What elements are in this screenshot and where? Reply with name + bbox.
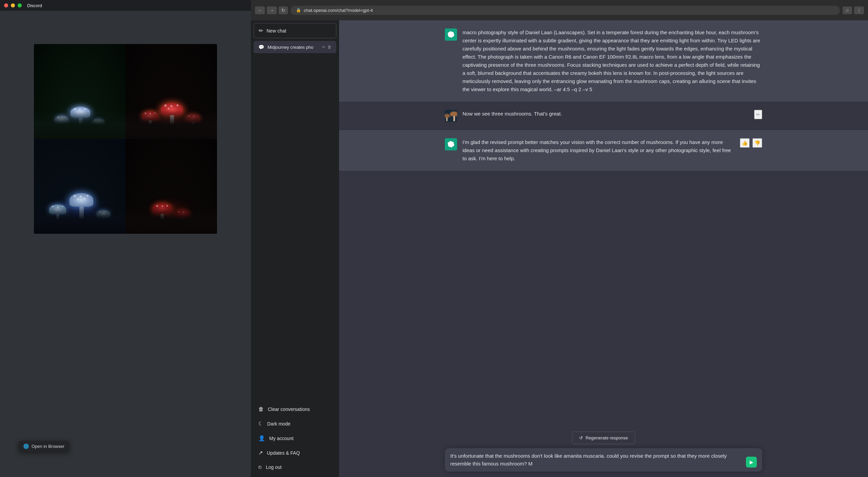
message-input-container: ▶ xyxy=(445,448,762,472)
account-label: My account xyxy=(269,436,294,441)
assistant-message-2: I'm glad the revised prompt better match… xyxy=(339,130,868,171)
clear-label: Clear conversations xyxy=(268,407,310,412)
thumbs-up-button[interactable]: 👍 xyxy=(740,138,750,148)
regenerate-label: Regenerate response xyxy=(586,435,628,440)
open-browser-label: Open in Browser xyxy=(32,444,64,449)
regenerate-bar: ↺ Regenerate response xyxy=(445,432,762,444)
thumbs-down-button[interactable]: 👎 xyxy=(752,138,762,148)
user-message-1-content: Now we see three mushrooms. That's great… xyxy=(462,110,749,118)
discord-titlebar: Discord xyxy=(0,0,251,11)
assistant-message-2-text: I'm glad the revised prompt better match… xyxy=(462,139,731,161)
user-message-1: Now we see three mushrooms. That's great… xyxy=(339,102,868,130)
assistant-avatar-2 xyxy=(445,138,457,150)
window-close-button[interactable] xyxy=(4,3,8,7)
updates-label: Updates & FAQ xyxy=(267,450,300,456)
address-bar[interactable]: 🔒 chat.openai.com/chat?model=gpt-4 xyxy=(291,6,840,15)
messages-area[interactable]: macro photography style of Daniel Laan (… xyxy=(339,20,868,426)
assistant-avatar xyxy=(445,28,457,41)
clear-icon: 🗑 xyxy=(258,406,264,412)
forward-button[interactable]: → xyxy=(267,6,277,14)
window-minimize-button[interactable] xyxy=(11,3,15,7)
sidebar-updates-faq[interactable]: ↗ Updates & FAQ xyxy=(254,445,336,460)
chat-history-label: Midjourney creates pho xyxy=(268,45,313,50)
new-chat-label: New chat xyxy=(267,28,286,34)
assistant-message-1: macro photography style of Daniel Laan (… xyxy=(339,20,868,102)
refresh-button[interactable]: ↻ xyxy=(279,6,288,14)
image-quadrant-4 xyxy=(125,139,217,234)
sidebar-dark-mode[interactable]: ☾ Dark mode xyxy=(254,416,336,431)
chat-icon: 💬 xyxy=(258,44,264,50)
url-text: chat.openai.com/chat?model=gpt-4 xyxy=(304,8,373,13)
chatgpt-app: ✏ New chat 💬 Midjourney creates pho ✏ 🗑 … xyxy=(251,20,868,477)
chat-history-actions: ✏ 🗑 xyxy=(322,45,332,49)
logout-icon: ⎋ xyxy=(258,464,262,470)
chatgpt-main-panel: macro photography style of Daniel Laan (… xyxy=(339,20,868,477)
window-maximize-button[interactable] xyxy=(18,3,22,7)
browser-extra-controls: ☆ ⋮ xyxy=(843,6,864,14)
user-avatar xyxy=(445,110,457,122)
edit-message-button[interactable]: ✏ xyxy=(754,110,762,119)
image-quadrant-1 xyxy=(34,44,125,139)
chatgpt-sidebar: ✏ New chat 💬 Midjourney creates pho ✏ 🗑 … xyxy=(251,20,339,477)
message-spacer xyxy=(339,171,868,198)
assistant-message-1-text: macro photography style of Daniel Laan (… xyxy=(462,29,760,92)
account-icon: 👤 xyxy=(258,435,265,441)
image-quadrant-2 xyxy=(125,44,217,139)
message-input[interactable] xyxy=(450,452,743,468)
rename-chat-button[interactable]: ✏ xyxy=(322,45,326,49)
user-message-1-text: Now we see three mushrooms. That's great… xyxy=(462,111,562,117)
updates-icon: ↗ xyxy=(258,450,263,456)
browser-icon: 🌐 xyxy=(23,443,29,449)
regenerate-button[interactable]: ↺ Regenerate response xyxy=(572,432,635,444)
delete-chat-button[interactable]: 🗑 xyxy=(328,45,332,49)
open-in-browser-bar[interactable]: 🌐 Open in Browser xyxy=(19,441,69,452)
extensions-button[interactable]: ⋮ xyxy=(854,6,864,14)
dark-mode-label: Dark mode xyxy=(267,421,290,427)
sidebar-clear-conversations[interactable]: 🗑 Clear conversations xyxy=(254,402,336,416)
logout-label: Log out xyxy=(266,464,282,470)
regenerate-icon: ↺ xyxy=(579,435,583,440)
assistant-message-2-actions: 👍 👎 xyxy=(740,138,762,148)
send-button[interactable]: ▶ xyxy=(746,457,757,468)
new-chat-icon: ✏ xyxy=(259,27,263,34)
sidebar-bottom-menu: 🗑 Clear conversations ☾ Dark mode 👤 My a… xyxy=(254,402,336,474)
assistant-message-1-content: macro photography style of Daniel Laan (… xyxy=(462,28,762,94)
discord-panel: Discord xyxy=(0,0,251,477)
chat-history-item[interactable]: 💬 Midjourney creates pho ✏ 🗑 xyxy=(254,41,336,53)
assistant-message-2-content: I'm glad the revised prompt better match… xyxy=(462,138,734,163)
browser-chrome: ← → ↻ 🔒 chat.openai.com/chat?model=gpt-4… xyxy=(251,0,868,20)
new-chat-button[interactable]: ✏ New chat xyxy=(254,23,336,38)
discord-title: Discord xyxy=(27,3,42,8)
sidebar-logout[interactable]: ⎋ Log out xyxy=(254,460,336,474)
midjourney-image-grid[interactable] xyxy=(34,44,217,234)
dark-mode-icon: ☾ xyxy=(258,420,263,427)
browser-controls: ← → ↻ xyxy=(255,6,288,14)
send-icon: ▶ xyxy=(750,459,753,465)
input-area: ↺ Regenerate response ▶ xyxy=(339,426,868,477)
user-message-1-actions: ✏ xyxy=(754,110,762,119)
bookmark-button[interactable]: ☆ xyxy=(843,6,852,14)
image-quadrant-3 xyxy=(34,139,125,234)
sidebar-my-account[interactable]: 👤 My account xyxy=(254,431,336,445)
back-button[interactable]: ← xyxy=(255,6,265,14)
